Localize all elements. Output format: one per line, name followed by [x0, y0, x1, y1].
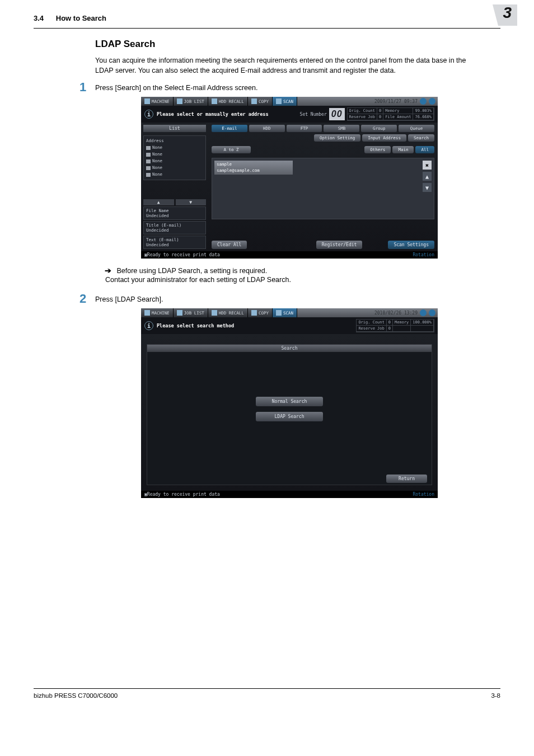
tab-copy[interactable]: COPY — [248, 97, 273, 106]
set-number-value: 00 — [329, 108, 345, 120]
scan-icon — [276, 310, 282, 316]
note-1-follow: Contact your administrator for each sett… — [105, 276, 484, 284]
register-edit-button[interactable]: Register/Edit — [316, 241, 363, 249]
product-name: bizhub PRESS C7000/C6000 — [34, 692, 118, 699]
dest-icon — [146, 153, 151, 157]
tab-machine[interactable]: MACHINE — [141, 308, 174, 317]
info-icon: i — [144, 321, 153, 330]
dest-icon — [146, 146, 151, 150]
copy-icon — [251, 98, 257, 104]
tab-bar: MACHINE JOB LIST HDD RECALL COPY SCAN 20… — [141, 308, 438, 317]
tab-hdd-recall[interactable]: HDD RECALL — [208, 308, 248, 317]
filter-all[interactable]: All — [415, 146, 434, 153]
copy-icon — [251, 310, 257, 316]
arrow-down-icon[interactable]: ▼ — [176, 199, 207, 205]
search-button[interactable]: Search — [408, 134, 434, 142]
arrow-up-icon[interactable]: ▲ — [143, 199, 174, 205]
hdd-icon — [212, 98, 217, 104]
note-1-lead: Before using LDAP Search, a setting is r… — [116, 267, 267, 275]
ldap-search-button[interactable]: LDAP Search — [256, 412, 323, 421]
joblist-icon — [177, 98, 182, 104]
tab-copy[interactable]: COPY — [248, 308, 273, 317]
screenshot-select-email-address: MACHINE JOB LIST HDD RECALL COPY SCAN 20… — [141, 97, 438, 259]
chapter-indicator: 3 — [493, 4, 517, 26]
tab-bar: MACHINE JOB LIST HDD RECALL COPY SCAN 20… — [141, 97, 438, 106]
arrow-right-icon: ➔ — [105, 266, 111, 275]
help-icon[interactable] — [429, 98, 435, 105]
rotation-indicator: Rotation — [413, 492, 434, 497]
address-scroll-arrows[interactable]: ▲▼ — [143, 199, 206, 205]
toner-icon[interactable] — [420, 309, 427, 316]
step-1-text: Press [Search] on the Select E-mail Addr… — [95, 81, 257, 92]
file-name-block[interactable]: File NameUndecided — [143, 206, 206, 220]
heading-ldap-search: LDAP Search — [95, 39, 484, 50]
info-message: Please select search method — [157, 323, 234, 328]
hdd-icon — [212, 310, 217, 316]
filter-others[interactable]: Others — [364, 146, 391, 153]
printer-status-text: Ready to receive print data — [147, 252, 220, 257]
filter-a-to-z[interactable]: A to Z — [212, 146, 251, 153]
proto-email[interactable]: E-mail — [212, 125, 247, 132]
dest-icon — [146, 173, 151, 177]
option-setting-button[interactable]: Option Setting — [314, 134, 360, 142]
tab-status-area: 2009/11/27 09:37 — [297, 97, 438, 106]
filter-main[interactable]: Main — [392, 146, 414, 153]
proto-group[interactable]: Group — [361, 125, 397, 132]
intro-paragraph: You can acquire the information meeting … — [95, 55, 484, 76]
tab-joblist[interactable]: JOB LIST — [174, 308, 208, 317]
set-number-label: Set Number — [300, 112, 327, 117]
clear-all-button[interactable]: Clear All — [212, 241, 247, 249]
search-method-panel: Search Normal Search LDAP Search Return — [147, 344, 432, 485]
info-icon: i — [144, 110, 153, 119]
help-icon[interactable] — [429, 309, 435, 316]
timestamp: 2009/11/27 09:37 — [374, 99, 418, 104]
title-email-block[interactable]: Title (E-mail)Undecided — [143, 221, 206, 234]
dest-icon — [146, 159, 151, 163]
machine-icon — [144, 310, 150, 316]
rotation-indicator: Rotation — [413, 252, 434, 257]
address-result-area: sample sample@sample.com ✖ ▲ ▼ — [212, 158, 434, 219]
joblist-icon — [177, 310, 182, 316]
status-grid: Orig. Count0Memory100.000% Reserve Job0 — [356, 319, 434, 332]
step-number-2: 2 — [79, 293, 95, 305]
tab-scan[interactable]: SCAN — [273, 97, 297, 106]
scan-icon — [276, 98, 282, 104]
tab-status-area: 2010/02/26 13:29 — [297, 308, 438, 317]
toner-icon[interactable] — [420, 98, 427, 105]
text-email-block[interactable]: Text (E-mail)Undecided — [143, 236, 206, 249]
tab-hdd-recall[interactable]: HDD RECALL — [208, 97, 248, 106]
tab-scan[interactable]: SCAN — [273, 308, 297, 317]
dest-icon — [146, 166, 151, 170]
input-address-button[interactable]: Input Address — [362, 134, 406, 142]
status-grid: Orig. Count0Memory99.003% Reserve Job0Fi… — [347, 107, 434, 121]
return-button[interactable]: Return — [386, 475, 427, 483]
list-button[interactable]: List — [143, 125, 206, 132]
delete-icon[interactable]: ✖ — [423, 161, 432, 170]
normal-search-button[interactable]: Normal Search — [256, 397, 323, 406]
tab-machine[interactable]: MACHINE — [141, 97, 174, 106]
machine-icon — [144, 98, 150, 104]
screenshot-search-method: MACHINE JOB LIST HDD RECALL COPY SCAN 20… — [141, 308, 438, 498]
proto-queue[interactable]: Queue — [399, 125, 434, 132]
info-message: Please select or manually enter address — [157, 111, 269, 117]
page-number: 3-8 — [491, 692, 500, 699]
step-number-1: 1 — [79, 81, 95, 93]
proto-ftp[interactable]: FTP — [287, 125, 322, 132]
tab-joblist[interactable]: JOB LIST — [174, 97, 208, 106]
address-header: Address — [146, 138, 203, 144]
scroll-down-icon[interactable]: ▼ — [423, 183, 432, 192]
scan-settings-button[interactable]: Scan Settings — [388, 241, 434, 249]
section-number: 3.4 — [34, 14, 44, 22]
address-entry-sample[interactable]: sample sample@sample.com — [214, 161, 293, 175]
section-title: How to Search — [56, 14, 106, 22]
proto-smb[interactable]: SMB — [324, 125, 359, 132]
search-panel-header: Search — [147, 345, 432, 352]
printer-status-text: Ready to receive print data — [147, 492, 220, 497]
proto-hdd[interactable]: HDD — [249, 125, 285, 132]
address-panel: Address None None None None None — [143, 135, 206, 180]
running-header: 3.4 How to Search — [34, 14, 106, 22]
scroll-up-icon[interactable]: ▲ — [423, 172, 432, 181]
timestamp: 2010/02/26 13:29 — [374, 311, 418, 316]
step-2-text: Press [LDAP Search]. — [95, 293, 163, 303]
